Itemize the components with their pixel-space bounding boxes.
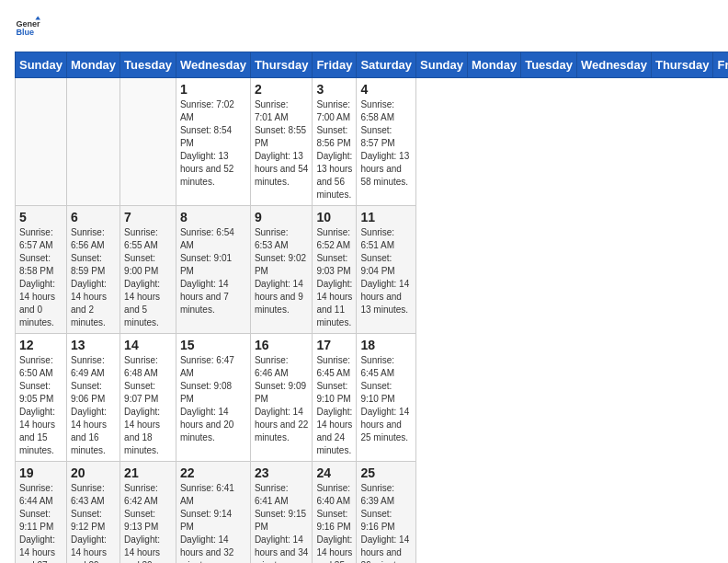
calendar-cell: 8Sunrise: 6:54 AMSunset: 9:01 PMDaylight… [176, 206, 250, 334]
col-header-tuesday: Tuesday [521, 52, 577, 78]
header-row: SundayMondayTuesdayWednesdayThursdayFrid… [16, 52, 729, 78]
day-number: 22 [180, 465, 246, 480]
calendar-cell: 10Sunrise: 6:52 AMSunset: 9:03 PMDayligh… [313, 206, 357, 334]
day-number: 21 [124, 465, 172, 480]
calendar-cell [120, 78, 176, 206]
calendar-cell [16, 78, 67, 206]
day-info: Sunrise: 6:39 AMSunset: 9:16 PMDaylight:… [360, 482, 412, 563]
svg-text:Blue: Blue [16, 28, 34, 37]
calendar-cell: 16Sunrise: 6:46 AMSunset: 9:09 PMDayligh… [250, 334, 313, 462]
calendar-cell: 19Sunrise: 6:44 AMSunset: 9:11 PMDayligh… [16, 462, 67, 564]
day-info: Sunrise: 6:42 AMSunset: 9:13 PMDaylight:… [124, 482, 172, 563]
calendar-cell: 7Sunrise: 6:55 AMSunset: 9:00 PMDaylight… [120, 206, 176, 334]
day-number: 2 [255, 82, 309, 97]
col-header-thursday: Thursday [250, 52, 313, 78]
col-header-monday: Monday [66, 52, 119, 78]
svg-marker-2 [35, 16, 40, 19]
day-number: 4 [360, 82, 412, 97]
calendar-cell: 22Sunrise: 6:41 AMSunset: 9:14 PMDayligh… [176, 462, 250, 564]
col-header-sunday: Sunday [416, 52, 468, 78]
day-number: 14 [124, 338, 172, 352]
day-number: 6 [71, 210, 116, 224]
day-info: Sunrise: 7:01 AMSunset: 8:55 PMDaylight:… [255, 98, 309, 189]
day-number: 24 [316, 465, 352, 480]
day-number: 20 [71, 465, 116, 480]
calendar-cell: 14Sunrise: 6:48 AMSunset: 9:07 PMDayligh… [120, 334, 176, 462]
col-header-wednesday: Wednesday [176, 52, 250, 78]
day-number: 3 [316, 82, 352, 97]
week-row-3: 12Sunrise: 6:50 AMSunset: 9:05 PMDayligh… [16, 334, 729, 462]
calendar-cell: 25Sunrise: 6:39 AMSunset: 9:16 PMDayligh… [357, 462, 416, 564]
logo-icon: General Blue [15, 15, 40, 40]
col-header-friday: Friday [313, 52, 357, 78]
calendar-cell [66, 78, 119, 206]
day-number: 5 [19, 210, 63, 224]
day-number: 12 [19, 338, 63, 352]
day-number: 17 [316, 338, 352, 352]
day-number: 7 [124, 210, 172, 224]
day-number: 13 [71, 338, 116, 352]
day-info: Sunrise: 6:55 AMSunset: 9:00 PMDaylight:… [124, 226, 172, 329]
day-info: Sunrise: 6:43 AMSunset: 9:12 PMDaylight:… [71, 482, 116, 563]
calendar-cell: 4Sunrise: 6:58 AMSunset: 8:57 PMDaylight… [357, 78, 416, 206]
logo: General Blue [15, 15, 40, 40]
day-number: 25 [360, 465, 412, 480]
col-header-friday: Friday [713, 52, 728, 78]
calendar-cell: 20Sunrise: 6:43 AMSunset: 9:12 PMDayligh… [66, 462, 119, 564]
day-info: Sunrise: 6:53 AMSunset: 9:02 PMDaylight:… [255, 226, 309, 316]
day-number: 9 [255, 210, 309, 224]
col-header-sunday: Sunday [16, 52, 67, 78]
calendar-cell: 18Sunrise: 6:45 AMSunset: 9:10 PMDayligh… [357, 334, 416, 462]
calendar-cell: 23Sunrise: 6:41 AMSunset: 9:15 PMDayligh… [250, 462, 313, 564]
calendar-table: SundayMondayTuesdayWednesdayThursdayFrid… [15, 52, 728, 563]
calendar-cell: 17Sunrise: 6:45 AMSunset: 9:10 PMDayligh… [313, 334, 357, 462]
calendar-cell: 12Sunrise: 6:50 AMSunset: 9:05 PMDayligh… [16, 334, 67, 462]
day-number: 18 [360, 338, 412, 352]
day-info: Sunrise: 6:56 AMSunset: 8:59 PMDaylight:… [71, 226, 116, 329]
day-info: Sunrise: 6:40 AMSunset: 9:16 PMDaylight:… [316, 482, 352, 563]
calendar-cell: 1Sunrise: 7:02 AMSunset: 8:54 PMDaylight… [176, 78, 250, 206]
day-info: Sunrise: 6:58 AMSunset: 8:57 PMDaylight:… [360, 98, 412, 189]
day-number: 8 [180, 210, 246, 224]
day-info: Sunrise: 6:48 AMSunset: 9:07 PMDaylight:… [124, 354, 172, 457]
col-header-saturday: Saturday [357, 52, 416, 78]
calendar-cell: 24Sunrise: 6:40 AMSunset: 9:16 PMDayligh… [313, 462, 357, 564]
day-info: Sunrise: 6:57 AMSunset: 8:58 PMDaylight:… [19, 226, 63, 329]
col-header-wednesday: Wednesday [576, 52, 651, 78]
day-info: Sunrise: 6:54 AMSunset: 9:01 PMDaylight:… [180, 226, 246, 316]
day-number: 19 [19, 465, 63, 480]
day-info: Sunrise: 6:45 AMSunset: 9:10 PMDaylight:… [316, 354, 352, 457]
svg-text:General: General [16, 19, 40, 29]
calendar-cell: 21Sunrise: 6:42 AMSunset: 9:13 PMDayligh… [120, 462, 176, 564]
day-info: Sunrise: 6:46 AMSunset: 9:09 PMDaylight:… [255, 354, 309, 444]
calendar-cell: 15Sunrise: 6:47 AMSunset: 9:08 PMDayligh… [176, 334, 250, 462]
day-info: Sunrise: 6:41 AMSunset: 9:15 PMDaylight:… [255, 482, 309, 563]
day-info: Sunrise: 6:41 AMSunset: 9:14 PMDaylight:… [180, 482, 246, 563]
col-header-tuesday: Tuesday [120, 52, 176, 78]
col-header-thursday: Thursday [651, 52, 713, 78]
day-number: 11 [360, 210, 412, 224]
calendar-cell: 6Sunrise: 6:56 AMSunset: 8:59 PMDaylight… [66, 206, 119, 334]
day-number: 1 [180, 82, 246, 97]
day-number: 15 [180, 338, 246, 352]
day-info: Sunrise: 6:44 AMSunset: 9:11 PMDaylight:… [19, 482, 63, 563]
day-info: Sunrise: 6:45 AMSunset: 9:10 PMDaylight:… [360, 354, 412, 444]
calendar-cell: 13Sunrise: 6:49 AMSunset: 9:06 PMDayligh… [66, 334, 119, 462]
day-info: Sunrise: 7:00 AMSunset: 8:56 PMDaylight:… [316, 98, 352, 201]
day-number: 23 [255, 465, 309, 480]
calendar-cell: 11Sunrise: 6:51 AMSunset: 9:04 PMDayligh… [357, 206, 416, 334]
week-row-2: 5Sunrise: 6:57 AMSunset: 8:58 PMDaylight… [16, 206, 729, 334]
day-number: 16 [255, 338, 309, 352]
calendar-cell: 3Sunrise: 7:00 AMSunset: 8:56 PMDaylight… [313, 78, 357, 206]
day-info: Sunrise: 6:51 AMSunset: 9:04 PMDaylight:… [360, 226, 412, 316]
calendar-cell: 9Sunrise: 6:53 AMSunset: 9:02 PMDaylight… [250, 206, 313, 334]
day-info: Sunrise: 6:50 AMSunset: 9:05 PMDaylight:… [19, 354, 63, 457]
day-info: Sunrise: 7:02 AMSunset: 8:54 PMDaylight:… [180, 98, 246, 189]
day-info: Sunrise: 6:49 AMSunset: 9:06 PMDaylight:… [71, 354, 116, 457]
page-header: General Blue [15, 15, 713, 40]
week-row-4: 19Sunrise: 6:44 AMSunset: 9:11 PMDayligh… [16, 462, 729, 564]
calendar-cell: 5Sunrise: 6:57 AMSunset: 8:58 PMDaylight… [16, 206, 67, 334]
week-row-1: 1Sunrise: 7:02 AMSunset: 8:54 PMDaylight… [16, 78, 729, 206]
day-number: 10 [316, 210, 352, 224]
day-info: Sunrise: 6:52 AMSunset: 9:03 PMDaylight:… [316, 226, 352, 329]
